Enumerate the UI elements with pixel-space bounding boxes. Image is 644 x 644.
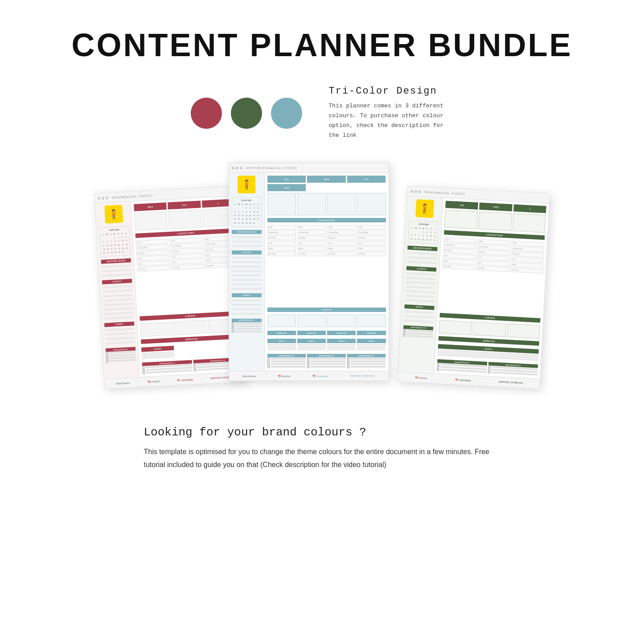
content-field: Topic [267, 225, 296, 230]
repurposed-to-blue2: REPURPOSED TO [307, 354, 346, 357]
content-field: Live Date [442, 264, 475, 271]
planners-container: 50% ▾ Default (Ari... ▾ 10 B I U 🧍 JANUA… [99, 163, 545, 394]
toolbar-dot [414, 190, 417, 193]
content-col-blue: Topic Content Pillar Sub Topic Goal Stat… [297, 225, 326, 305]
tab-settings[interactable]: ⚙ SETTINGS [116, 381, 130, 385]
tab-calendar-green[interactable]: 📅 CALENDAR [455, 378, 471, 382]
content-field: Live Date [476, 266, 509, 272]
brand-colors-title: Looking for your brand colours ? [144, 426, 500, 439]
content-field: Live Date [171, 264, 204, 270]
line [104, 316, 134, 320]
content-field: Status [297, 246, 326, 251]
line [103, 303, 133, 307]
notes-blue2: NOTES [297, 339, 326, 343]
content-field: Topic [297, 225, 326, 230]
line [104, 328, 134, 332]
content-field: Content Pillar [327, 230, 356, 235]
caption-blocks-green [439, 320, 540, 339]
monthly-basis-label-blue: MONTHLY BASIS [232, 230, 262, 234]
content-field: Sub Topic [297, 236, 326, 240]
sidebar-blue: 🧍 JANUARY SMTWTFS 1234 567891011 1213141… [229, 173, 265, 371]
line [105, 332, 135, 336]
events-label-red: EVENTS [102, 279, 131, 284]
day-header-num-g: 3 [513, 205, 546, 213]
tab-monthly-blue[interactable]: MONTHLY TEMPLATE [350, 375, 375, 377]
content-field: Live Date [510, 268, 543, 274]
notes-label-green: NOTES [404, 304, 434, 310]
day-header-tue: TUE [347, 176, 386, 183]
tri-color-description: This planner comes in 3 different colour… [329, 101, 454, 140]
color-description: Tri-Color Design This planner comes in 3… [329, 86, 454, 140]
day-header-wed-g: WED [479, 203, 512, 212]
toolbar-dot [106, 197, 108, 199]
toolbar-blue: AN74 ▾ 50% ▾ Default (Ari... ▾ 10 B I U [229, 163, 389, 173]
repurposed-to-blue: REPURPOSED TO [267, 354, 306, 357]
tab-monthly-green[interactable]: MONTHLY TEMPLATE [498, 381, 523, 385]
line [103, 290, 132, 293]
day-header: TUE [168, 201, 201, 210]
planner-body-green: 🧍 JANUARY SMTWTFS 1234 567891011 1213141… [398, 196, 549, 379]
content-col: Topic Content Pillar Sub Topic Goal Stat… [169, 238, 206, 312]
planner-green: 50% ▾ Default (Ari... ▾ 10 B I U 🧍 JANUA… [397, 186, 550, 389]
toolbar-text: AN74 ▾ 50% ▾ Default (Ari... ▾ 10 B I U [246, 166, 297, 170]
notes-blue4: NOTES [357, 339, 386, 343]
monthly-basis-label-red: MONTHLY BASIS [101, 258, 131, 264]
content-field: Goal [297, 241, 326, 246]
content-grid-green: Topic Content Pillar Sub Topic Goal Stat… [440, 238, 544, 316]
content-col: Topic Content Pillar Sub Topic Goal Stat… [135, 239, 172, 314]
footer-blue: ⚙ SETTINGS 📅 EVENTS 📅 CALENDAR MONTHLY T… [229, 371, 389, 381]
approved-blue4: APPROVED [357, 331, 386, 335]
brand-colors-description: This template is optimised for you to ch… [144, 446, 500, 472]
approved-blue3: APPROVED [327, 331, 356, 335]
caption-blocks [140, 318, 241, 337]
repurposed-header-blue: REPURPOSED TO [232, 319, 262, 322]
content-info-header-blue: CONTENT INFO [267, 218, 386, 222]
content-col-blue: Topic Content Pillar Sub Topic Goal Stat… [327, 225, 356, 305]
approved-blue2: APPROVED [297, 331, 326, 335]
tri-color-heading: Tri-Color Design [329, 86, 454, 97]
mini-calendar-red: JANUARY SMTWTFS 1234 567891011 121314151… [99, 226, 130, 257]
content-field: Content Pillar [357, 230, 386, 235]
approved-blue: APPROVED [267, 331, 296, 335]
avatar-blue: 🧍 [238, 176, 255, 193]
notes-blue3: NOTES [327, 339, 356, 343]
color-dot-green [231, 98, 262, 129]
monthly-basis-label-green: MONTHLY BASIS [407, 246, 437, 251]
content-field: Status [357, 246, 386, 251]
content-blocks-green [444, 210, 546, 233]
toolbar-dot [240, 167, 242, 169]
content-field: Live Date [137, 266, 170, 272]
content-field: Live Date [327, 252, 356, 256]
tab-events-green[interactable]: 📅 EVENTS [414, 376, 427, 379]
content-field: Live Date [357, 252, 386, 256]
toolbar-dot [418, 190, 421, 193]
toolbar-text: 50% ▾ Default (Ari... ▾ 10 B I U [111, 194, 152, 200]
notes-label-blue: NOTES [232, 293, 262, 297]
avatar-green: 🧍 [415, 199, 434, 218]
week-header-blue: SUN MON TUE WED [267, 176, 386, 191]
content-field: Live Date [267, 252, 296, 256]
line [105, 337, 135, 340]
content-field: Sub Topic [357, 236, 386, 240]
page-title: CONTENT PLANNER BUNDLE [72, 27, 573, 63]
content-field: Goal [357, 241, 386, 246]
planner-blue: AN74 ▾ 50% ▾ Default (Ari... ▾ 10 B I U … [229, 163, 389, 381]
tab-calendar-blue[interactable]: 📅 CALENDAR [312, 375, 328, 377]
day-header-wed: WED [267, 184, 306, 191]
day-header-tue-g: TUE [445, 201, 478, 210]
toolbar-dot [232, 167, 234, 169]
tab-settings-blue[interactable]: ⚙ SETTINGS [242, 375, 256, 377]
tab-calendar[interactable]: 📅 CALENDAR [177, 378, 193, 382]
color-section: Tri-Color Design This planner comes in 3… [191, 86, 454, 140]
day-header-mon: MON [307, 176, 346, 183]
toolbar-dot [102, 197, 104, 199]
notes-label-red: NOTES [104, 322, 134, 327]
content-field: Content Pillar [267, 230, 296, 235]
day-header-sun: SUN [267, 176, 306, 183]
toolbar-text: 50% ▾ Default (Ari... ▾ 10 B I U [424, 190, 465, 196]
content-col-g: Topic Content Pillar Sub Topic Goal Stat… [508, 241, 544, 316]
tab-events-blue[interactable]: 📅 EVENTS [278, 375, 290, 377]
events-label-blue: EVENTS [232, 250, 262, 254]
caption-header-blue: CAPTION [267, 308, 386, 312]
tab-events[interactable]: 📅 EVENTS [147, 380, 160, 383]
